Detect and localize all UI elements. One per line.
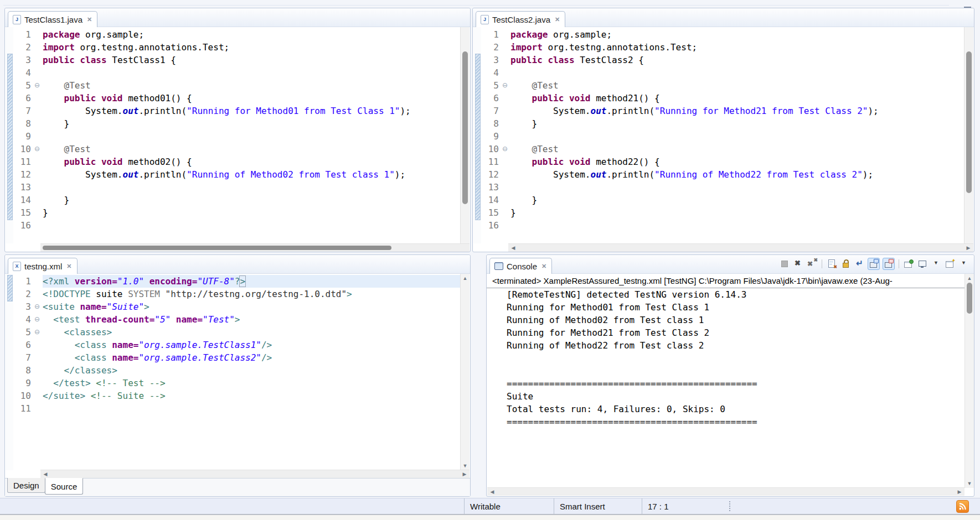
line-number: 13 <box>13 181 34 194</box>
scroll-right-icon[interactable]: ▶ <box>964 244 972 252</box>
line-number: 7 <box>481 105 502 117</box>
remove-launch-icon[interactable] <box>793 258 804 269</box>
fold-marker-icon[interactable]: ⊖ <box>34 300 43 313</box>
chevron-down-icon[interactable] <box>958 258 969 269</box>
close-icon[interactable]: ✕ <box>87 16 92 23</box>
console-output[interactable]: [RemoteTestNG] detected TestNG version 6… <box>487 288 964 487</box>
scroll-left-icon[interactable]: ◀ <box>42 470 49 478</box>
tab-testng-xml[interactable]: X testng.xml ✕ <box>8 258 78 274</box>
scroll-up-icon[interactable]: ▲ <box>461 274 469 282</box>
scrollbar-thumb[interactable] <box>43 246 391 250</box>
show-stdout-console-icon[interactable] <box>868 258 880 270</box>
horizontal-scrollbar[interactable]: ◀ ▶ <box>487 487 964 496</box>
code-text: <test thread-count="5" name="Test"> <box>43 313 460 326</box>
vertical-scrollbar[interactable] <box>964 27 973 243</box>
close-icon[interactable]: ✕ <box>541 263 546 270</box>
scroll-up-icon[interactable]: ▲ <box>966 274 973 282</box>
editor2-body: 1package org.sample;2import org.testng.a… <box>473 27 973 243</box>
scroll-lock-icon <box>840 258 851 269</box>
code-line: 3⊖<suite name="Suite"> <box>13 300 460 313</box>
fold-ruler <box>34 92 43 105</box>
close-icon[interactable]: ✕ <box>555 16 560 23</box>
fold-marker-icon[interactable]: ⊖ <box>34 313 43 326</box>
scrollbar-thumb[interactable] <box>462 51 468 204</box>
console-line: Running of Method22 from Test class 2 <box>507 339 964 352</box>
code-text: </suite> <!-- Suite --> <box>43 389 460 402</box>
vertical-scrollbar[interactable]: ▲ ▼ <box>964 274 974 488</box>
fold-marker-icon[interactable]: ⊖ <box>502 79 510 92</box>
fold-ruler <box>34 168 43 181</box>
remove-launch-icon <box>793 258 804 269</box>
scrollbar-thumb[interactable] <box>966 51 972 193</box>
tab-testclass1-java[interactable]: J TestClass1.java ✕ <box>8 11 97 27</box>
tab-console[interactable]: Console ✕ <box>489 258 552 274</box>
line-number: 2 <box>13 41 34 54</box>
tab-design[interactable]: Design <box>7 478 45 493</box>
fold-marker-icon[interactable]: ⊖ <box>502 143 510 155</box>
scroll-lock-icon[interactable] <box>840 258 851 269</box>
code-area[interactable]: 1<?xml version="1.0" encoding="UTF-8"?>2… <box>13 275 460 415</box>
display-selected-console-icon[interactable] <box>917 258 928 269</box>
remove-all-terminated-launches-icon[interactable] <box>807 258 818 269</box>
code-area[interactable]: 1package org.sample;2import org.testng.a… <box>481 28 964 232</box>
code-text <box>510 181 964 194</box>
tab-testclass2-java[interactable]: J TestClass2.java ✕ <box>476 11 565 27</box>
fold-marker-icon[interactable]: ⊖ <box>34 326 43 339</box>
xml-tabstrip: X testng.xml ✕ <box>5 255 470 274</box>
scroll-right-icon[interactable]: ▶ <box>956 488 963 496</box>
clear-console-icon[interactable] <box>826 258 837 269</box>
code-text: } <box>43 117 460 130</box>
annotation-ruler <box>473 27 481 243</box>
fold-ruler <box>34 206 43 219</box>
console-pane: Console ✕ <terminated> XampleRestAssured… <box>486 254 974 497</box>
code-text: <suite name="Suite"> <box>43 300 460 313</box>
open-console-icon[interactable] <box>945 258 956 269</box>
vertical-scrollbar[interactable]: ▲ ▼ <box>460 274 470 470</box>
fold-ruler <box>502 92 510 105</box>
java-file-icon: J <box>13 15 21 24</box>
show-stderr-console-icon[interactable] <box>883 258 895 270</box>
pin-console-icon[interactable] <box>903 258 914 269</box>
line-number: 11 <box>13 155 34 168</box>
line-number: 12 <box>13 168 34 181</box>
horizontal-scrollbar[interactable]: ◀ ▶ <box>508 243 973 252</box>
horizontal-scrollbar[interactable] <box>40 243 470 252</box>
code-area[interactable]: 1package org.sample;2import org.testng.a… <box>13 28 460 232</box>
code-line: 2<!DOCTYPE suite SYSTEM "http://testng.o… <box>13 288 460 300</box>
fold-ruler <box>502 168 510 181</box>
code-line: 9 <box>13 130 460 143</box>
editor2-tabstrip: J TestClass2.java ✕ <box>473 8 974 27</box>
code-text: @Test <box>510 79 964 92</box>
word-wrap-icon[interactable] <box>854 258 865 269</box>
scrollbar-thumb[interactable] <box>967 283 972 314</box>
terminate-icon[interactable] <box>779 258 790 269</box>
console-toolbar <box>779 258 969 270</box>
chevron-down-icon <box>931 258 942 269</box>
cursor-position: 17 : 1 <box>642 498 730 514</box>
code-text: public void method01() { <box>43 92 460 105</box>
fold-ruler <box>34 275 43 288</box>
remove-all-terminated-launches-icon <box>807 258 818 269</box>
vertical-scrollbar[interactable] <box>460 27 470 243</box>
code-line: 11 <box>13 402 460 415</box>
scroll-left-icon[interactable]: ◀ <box>509 244 517 252</box>
close-icon[interactable]: ✕ <box>66 263 71 270</box>
news-feed-icon[interactable] <box>956 500 969 513</box>
code-line: 2import org.testng.annotations.Test; <box>481 41 964 54</box>
fold-marker-icon[interactable]: ⊖ <box>34 79 43 92</box>
fold-marker-icon[interactable]: ⊖ <box>34 143 43 155</box>
horizontal-scrollbar[interactable]: ◀ ▶ <box>40 470 470 478</box>
line-number: 8 <box>13 117 34 130</box>
scroll-down-icon[interactable]: ▼ <box>461 462 469 470</box>
scroll-left-icon[interactable]: ◀ <box>488 488 496 496</box>
open-console-icon <box>945 258 956 269</box>
scroll-down-icon[interactable]: ▼ <box>966 480 973 487</box>
tab-source[interactable]: Source <box>45 478 84 495</box>
line-number: 4 <box>13 313 34 326</box>
chevron-down-icon[interactable] <box>931 258 942 269</box>
code-line: 3public class TestClass1 { <box>13 54 460 66</box>
window-top-border <box>3 5 949 6</box>
scroll-right-icon[interactable]: ▶ <box>461 470 468 478</box>
code-line: 4⊖ <test thread-count="5" name="Test"> <box>13 313 460 326</box>
code-line: 4 <box>13 66 460 79</box>
